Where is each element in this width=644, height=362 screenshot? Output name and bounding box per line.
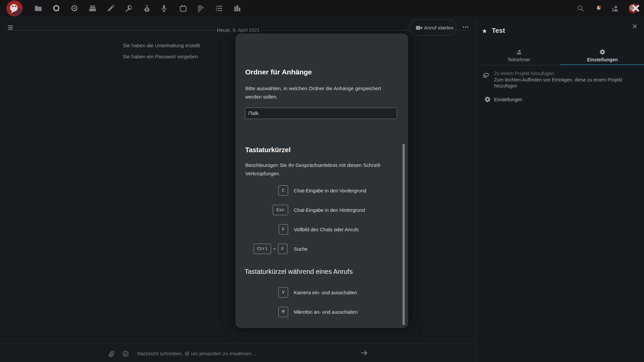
svg-text:$: $: [146, 8, 148, 12]
